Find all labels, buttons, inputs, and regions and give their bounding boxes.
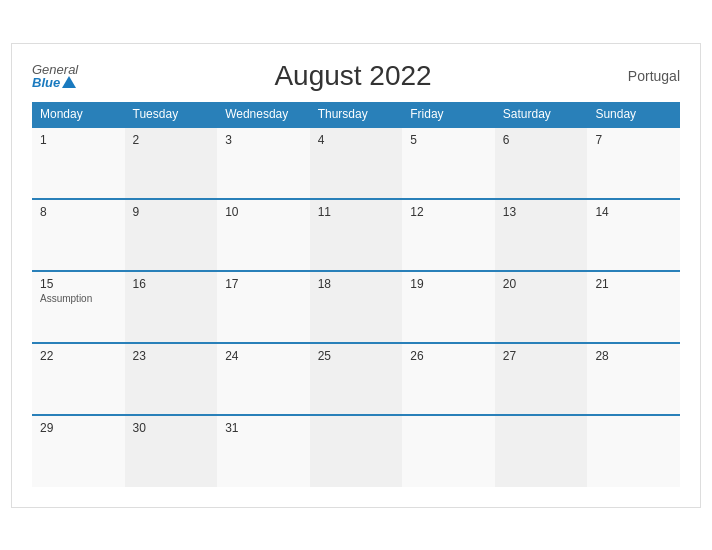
day-number: 20 (503, 277, 580, 291)
day-number: 29 (40, 421, 117, 435)
day-cell: 9 (125, 199, 218, 271)
day-cell: 24 (217, 343, 310, 415)
day-cell (402, 415, 495, 487)
col-saturday: Saturday (495, 102, 588, 127)
day-number: 7 (595, 133, 672, 147)
day-number: 25 (318, 349, 395, 363)
day-number: 24 (225, 349, 302, 363)
day-cell: 1 (32, 127, 125, 199)
day-cell: 6 (495, 127, 588, 199)
col-sunday: Sunday (587, 102, 680, 127)
day-number: 9 (133, 205, 210, 219)
day-number: 8 (40, 205, 117, 219)
day-number: 18 (318, 277, 395, 291)
week-row-2: 891011121314 (32, 199, 680, 271)
day-cell (587, 415, 680, 487)
day-cell: 26 (402, 343, 495, 415)
day-number: 11 (318, 205, 395, 219)
day-number: 30 (133, 421, 210, 435)
week-row-5: 293031 (32, 415, 680, 487)
week-row-3: 15Assumption161718192021 (32, 271, 680, 343)
day-cell: 3 (217, 127, 310, 199)
day-cell (495, 415, 588, 487)
day-cell: 29 (32, 415, 125, 487)
calendar-body: 123456789101112131415Assumption161718192… (32, 127, 680, 487)
col-wednesday: Wednesday (217, 102, 310, 127)
day-number: 23 (133, 349, 210, 363)
day-cell: 23 (125, 343, 218, 415)
logo-triangle-icon (62, 76, 76, 88)
day-number: 31 (225, 421, 302, 435)
day-cell: 10 (217, 199, 310, 271)
day-cell: 4 (310, 127, 403, 199)
day-number: 21 (595, 277, 672, 291)
day-cell: 22 (32, 343, 125, 415)
day-cell: 8 (32, 199, 125, 271)
day-number: 28 (595, 349, 672, 363)
logo: General Blue (32, 63, 78, 89)
day-cell: 5 (402, 127, 495, 199)
day-number: 5 (410, 133, 487, 147)
day-number: 6 (503, 133, 580, 147)
day-cell: 15Assumption (32, 271, 125, 343)
day-number: 4 (318, 133, 395, 147)
day-cell: 14 (587, 199, 680, 271)
day-cell: 21 (587, 271, 680, 343)
day-cell: 18 (310, 271, 403, 343)
day-number: 22 (40, 349, 117, 363)
col-friday: Friday (402, 102, 495, 127)
col-tuesday: Tuesday (125, 102, 218, 127)
holiday-label: Assumption (40, 293, 117, 304)
logo-blue-text: Blue (32, 76, 78, 89)
day-cell: 7 (587, 127, 680, 199)
days-of-week-row: Monday Tuesday Wednesday Thursday Friday… (32, 102, 680, 127)
day-number: 14 (595, 205, 672, 219)
day-cell: 19 (402, 271, 495, 343)
day-cell: 25 (310, 343, 403, 415)
day-number: 10 (225, 205, 302, 219)
day-number: 3 (225, 133, 302, 147)
day-cell: 11 (310, 199, 403, 271)
calendar-header-row: Monday Tuesday Wednesday Thursday Friday… (32, 102, 680, 127)
logo-general-text: General (32, 63, 78, 76)
day-cell: 16 (125, 271, 218, 343)
day-cell: 2 (125, 127, 218, 199)
day-number: 16 (133, 277, 210, 291)
day-number: 26 (410, 349, 487, 363)
day-cell: 12 (402, 199, 495, 271)
day-cell: 17 (217, 271, 310, 343)
day-cell: 28 (587, 343, 680, 415)
day-cell: 31 (217, 415, 310, 487)
day-number: 27 (503, 349, 580, 363)
day-number: 17 (225, 277, 302, 291)
day-number: 13 (503, 205, 580, 219)
week-row-4: 22232425262728 (32, 343, 680, 415)
calendar-wrapper: General Blue August 2022 Portugal Monday… (11, 43, 701, 508)
day-cell: 30 (125, 415, 218, 487)
day-cell: 13 (495, 199, 588, 271)
day-number: 2 (133, 133, 210, 147)
day-number: 1 (40, 133, 117, 147)
day-number: 19 (410, 277, 487, 291)
col-thursday: Thursday (310, 102, 403, 127)
calendar-table: Monday Tuesday Wednesday Thursday Friday… (32, 102, 680, 487)
day-number: 12 (410, 205, 487, 219)
day-cell (310, 415, 403, 487)
calendar-header: General Blue August 2022 Portugal (32, 60, 680, 92)
day-cell: 20 (495, 271, 588, 343)
week-row-1: 1234567 (32, 127, 680, 199)
day-cell: 27 (495, 343, 588, 415)
col-monday: Monday (32, 102, 125, 127)
country-label: Portugal (628, 68, 680, 84)
day-number: 15 (40, 277, 117, 291)
month-title: August 2022 (78, 60, 628, 92)
